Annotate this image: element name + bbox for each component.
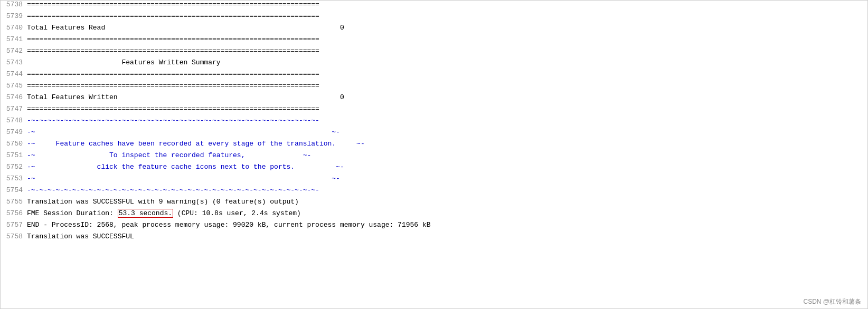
log-line: 5748-~-~-~-~-~-~-~-~-~-~-~-~-~-~-~-~-~-~… xyxy=(1,117,867,128)
log-line: 5738====================================… xyxy=(1,1,867,12)
line-content: Features Written Summary xyxy=(27,59,867,66)
line-number: 5745 xyxy=(1,82,27,90)
log-line: 5749-~ ~- xyxy=(1,128,867,140)
line-number: 5741 xyxy=(1,35,27,43)
log-line: 5741====================================… xyxy=(1,35,867,47)
watermark: CSDN @杠铃和薯条 xyxy=(803,297,861,306)
line-content: -~-~-~-~-~-~-~-~-~-~-~-~-~-~-~-~-~-~-~-~… xyxy=(27,117,867,124)
line-number: 5746 xyxy=(1,93,27,101)
line-content: END - ProcessID: 2568, peak process memo… xyxy=(27,221,867,229)
log-line: 5758Translation was SUCCESSFUL xyxy=(1,233,867,244)
line-content: -~ ~- xyxy=(27,175,867,182)
line-number: 5739 xyxy=(1,12,27,20)
log-line: 5740Total Features Read 0 xyxy=(1,24,867,35)
line-number: 5738 xyxy=(1,1,27,8)
line-content: Total Features Read 0 xyxy=(27,24,867,32)
line-content: -~ To inspect the recorded features, ~- xyxy=(27,151,867,159)
log-line: 5755Translation was SUCCESSFUL with 9 wa… xyxy=(1,198,867,209)
line-content: Translation was SUCCESSFUL with 9 warnin… xyxy=(27,198,867,206)
highlighted-duration: 53.3 seconds. xyxy=(118,209,173,218)
log-line: 5742====================================… xyxy=(1,47,867,59)
log-line: 5747====================================… xyxy=(1,105,867,117)
line-content: ========================================… xyxy=(27,47,867,55)
log-line: 5751-~ To inspect the recorded features,… xyxy=(1,151,867,163)
line-number: 5748 xyxy=(1,117,27,124)
line-number: 5750 xyxy=(1,140,27,148)
line-content: Total Features Written 0 xyxy=(27,93,867,101)
line-content: Translation was SUCCESSFUL xyxy=(27,233,867,240)
line-content: FME Session Duration: 53.3 seconds. (CPU… xyxy=(27,209,867,217)
line-number: 5740 xyxy=(1,24,27,32)
line-number: 5751 xyxy=(1,151,27,159)
log-line: 5745====================================… xyxy=(1,82,867,93)
log-line: 5743 Features Written Summary xyxy=(1,59,867,70)
line-number: 5756 xyxy=(1,209,27,217)
line-number: 5744 xyxy=(1,70,27,78)
line-number: 5742 xyxy=(1,47,27,55)
line-number: 5743 xyxy=(1,59,27,66)
line-content: -~ ~- xyxy=(27,128,867,136)
line-content: ========================================… xyxy=(27,12,867,20)
line-content: ========================================… xyxy=(27,82,867,90)
line-content: ========================================… xyxy=(27,70,867,78)
line-content: ========================================… xyxy=(27,35,867,43)
line-number: 5747 xyxy=(1,105,27,113)
log-line: 5753-~ ~- xyxy=(1,175,867,186)
log-line: 5746Total Features Written 0 xyxy=(1,93,867,105)
log-line: 5752-~ click the feature cache icons nex… xyxy=(1,163,867,175)
log-line: 5757END - ProcessID: 2568, peak process … xyxy=(1,221,867,233)
line-number: 5758 xyxy=(1,233,27,240)
log-container: 5738====================================… xyxy=(0,0,868,309)
log-line: 5750-~ Feature caches have been recorded… xyxy=(1,140,867,151)
line-number: 5754 xyxy=(1,186,27,194)
line-number: 5752 xyxy=(1,163,27,171)
line-content: -~-~-~-~-~-~-~-~-~-~-~-~-~-~-~-~-~-~-~-~… xyxy=(27,186,867,194)
line-content: -~ Feature caches have been recorded at … xyxy=(27,140,867,148)
log-line: 5739====================================… xyxy=(1,12,867,24)
line-number: 5757 xyxy=(1,221,27,229)
line-number: 5755 xyxy=(1,198,27,206)
line-number: 5753 xyxy=(1,175,27,182)
log-line: 5756FME Session Duration: 53.3 seconds. … xyxy=(1,209,867,221)
line-content: -~ click the feature cache icons next to… xyxy=(27,163,867,171)
line-content: ========================================… xyxy=(27,105,867,113)
log-line: 5754-~-~-~-~-~-~-~-~-~-~-~-~-~-~-~-~-~-~… xyxy=(1,186,867,198)
line-number: 5749 xyxy=(1,128,27,136)
log-line: 5744====================================… xyxy=(1,70,867,82)
line-content: ========================================… xyxy=(27,1,867,8)
